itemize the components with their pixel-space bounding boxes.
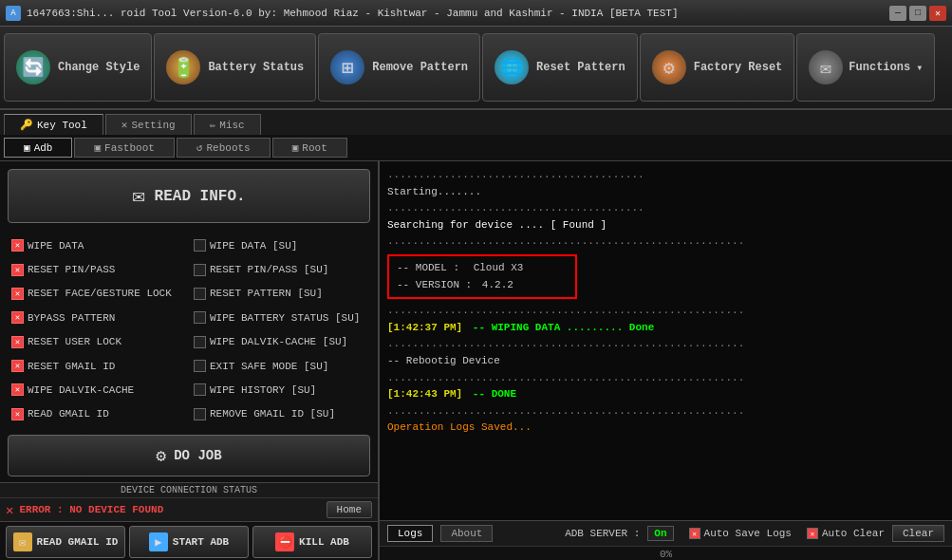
option-checkbox[interactable] [11,336,24,348]
option-item[interactable]: WIPE DALVIK-CACHE [SU] [190,331,370,353]
auto-save-checkbox[interactable] [689,528,700,539]
option-checkbox[interactable] [194,360,206,372]
option-checkbox[interactable] [11,239,24,252]
remove-pattern-button[interactable]: ⊞ Remove Pattern [318,33,480,102]
log-model-block: -- MODEL : Cloud X3 -- VERSION : 4.2.2 [387,254,577,299]
option-item[interactable]: WIPE DALVIK-CACHE [8,379,188,401]
option-item[interactable]: RESET FACE/GESTURE LOCK [8,283,188,305]
option-label: READ GMAIL ID [28,408,109,420]
log-searching: Searching for device .... [ Found ] [387,217,944,234]
option-item[interactable]: WIPE DATA [8,234,188,256]
option-label: RESET USER LOCK [28,336,121,347]
auto-clear-checkbox[interactable] [807,528,818,539]
close-button[interactable]: ✕ [929,6,946,21]
factory-reset-label: Factory Reset [694,61,783,74]
kill-adb-button[interactable]: ⛔ KILL ADB [252,526,372,558]
battery-status-button[interactable]: 🔋 Battery Status [154,33,316,102]
factory-reset-button[interactable]: ⚙ Factory Reset [640,33,795,102]
option-item[interactable]: EXIT SAFE MODE [SU] [190,355,370,377]
error-icon: ✕ [6,502,13,518]
window-title: 1647663:Shi... roid Tool Version-6.0 by:… [27,8,884,19]
reset-pattern-button[interactable]: 🌐 Reset Pattern [482,33,638,102]
option-item[interactable]: RESET PIN/PASS [SU] [190,258,370,280]
root-icon: ▣ [292,141,299,154]
logs-tab[interactable]: Logs [387,525,433,542]
option-label: RESET FACE/GESTURE LOCK [28,288,172,299]
option-checkbox[interactable] [11,311,24,324]
tab-misc[interactable]: ✏ Misc [194,114,261,135]
option-checkbox[interactable] [194,383,206,396]
read-gmail-id-button[interactable]: ✉ READ GMAIL ID [6,526,125,558]
option-checkbox[interactable] [194,311,206,324]
adb-on-indicator: On [654,528,666,539]
x-icon: ✕ [121,119,128,131]
option-checkbox[interactable] [11,360,24,372]
key-icon: 🔑 [20,119,33,131]
maximize-button[interactable]: □ [909,6,926,21]
options-grid: WIPE DATAWIPE DATA [SU]RESET PIN/PASSRES… [0,231,378,429]
app-icon-letter: A [10,9,15,18]
do-job-label: DO JOB [174,448,221,463]
option-checkbox[interactable] [194,239,206,252]
option-checkbox[interactable] [11,408,24,420]
app-icon: A [6,6,21,21]
start-adb-icon: ▶ [149,532,168,551]
adb-server-label: ADB SERVER : [565,528,640,539]
adb-server-status: On [647,526,673,541]
log-dots-3: ........................................… [387,233,944,251]
reset-pattern-label: Reset Pattern [536,61,625,74]
log-wipe-text: -- WIPING DATA ......... Done [473,322,654,333]
tab-setting[interactable]: ✕ Setting [105,114,192,135]
functions-button[interactable]: ✉ Functions ▾ [796,33,935,102]
log-version-value: 4.2.2 [482,279,513,290]
clear-button[interactable]: Clear [892,525,944,542]
option-item[interactable]: RESET GMAIL ID [8,355,188,377]
subtab-root[interactable]: ▣ Root [272,138,347,158]
option-item[interactable]: RESET PATTERN [SU] [190,283,370,305]
option-item[interactable]: RESET USER LOCK [8,331,188,353]
home-button[interactable]: Home [327,501,372,518]
progress-bar-area: 0% [380,546,952,560]
window-controls: — □ ✕ [889,6,946,21]
start-adb-button[interactable]: ▶ START ADB [129,526,249,558]
auto-save-area: Auto Save Logs [689,528,792,539]
tab-key-tool[interactable]: 🔑 Key Tool [4,114,103,135]
option-item[interactable]: BYPASS PATTERN [8,307,188,328]
subtab-fastboot[interactable]: ▣ Fastboot [74,138,174,158]
option-item[interactable]: REMOVE GMAIL ID [SU] [190,403,370,425]
option-label: EXIT SAFE MODE [SU] [210,361,328,372]
main-content: ✉ READ INFO. WIPE DATAWIPE DATA [SU]RESE… [0,161,952,560]
log-saved: Operation Logs Saved... [387,420,944,437]
change-style-button[interactable]: 🔄 Change Style [4,33,152,102]
option-checkbox[interactable] [194,336,206,348]
option-checkbox[interactable] [11,288,24,300]
option-item[interactable]: WIPE DATA [SU] [190,234,370,256]
about-tab[interactable]: About [440,525,493,542]
option-item[interactable]: READ GMAIL ID [8,403,188,425]
app-icon-area: A [6,6,21,21]
option-label: WIPE DALVIK-CACHE [28,384,134,396]
option-checkbox[interactable] [194,408,206,420]
do-job-button[interactable]: ⚙ DO JOB [8,435,370,476]
error-bar: ✕ ERROR : NO DEVICE FOUND Home [0,498,378,521]
log-model-value: Cloud X3 [474,262,524,273]
option-item[interactable]: WIPE BATTERY STATUS [SU] [190,307,370,328]
option-checkbox[interactable] [11,264,24,276]
gear-icon: ⚙ [156,445,166,466]
functions-icon: ✉ [809,50,843,84]
option-checkbox[interactable] [11,383,24,396]
log-reboot: -- Rebootig Device [387,353,944,370]
subtab-adb[interactable]: ▣ Adb [4,138,72,158]
sub-tabs: ▣ Adb ▣ Fastboot ↺ Reboots ▣ Root [0,135,952,161]
option-checkbox[interactable] [194,264,206,276]
option-label: RESET PATTERN [SU] [210,288,323,299]
option-checkbox[interactable] [194,288,206,300]
log-dots-2: ........................................… [387,200,944,217]
option-item[interactable]: RESET PIN/PASS [8,258,188,280]
option-item[interactable]: WIPE HISTORY [SU] [190,379,370,401]
reboots-icon: ↺ [196,141,203,154]
kill-adb-icon: ⛔ [275,532,294,551]
minimize-button[interactable]: — [889,6,906,21]
subtab-reboots[interactable]: ↺ Reboots [177,138,271,158]
read-info-button[interactable]: ✉ READ INFO. [8,169,370,223]
